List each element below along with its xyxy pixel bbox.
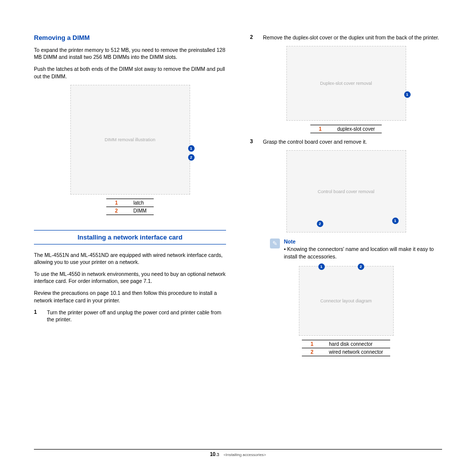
legend-label: duplex-slot cover xyxy=(330,125,382,133)
callout-1-icon: 1 xyxy=(404,91,411,98)
para-expand-memory: To expand the printer memory to 512 MB, … xyxy=(34,46,226,60)
figure-alt: Duplex-slot cover removal xyxy=(320,81,372,86)
legend-num: 1 xyxy=(106,199,126,207)
step-3: 3 Grasp the control board cover and remo… xyxy=(250,138,442,145)
step-number: 2 xyxy=(250,34,255,41)
legend-duplex: 1 duplex-slot cover xyxy=(310,125,382,133)
step-number: 1 xyxy=(34,309,39,323)
step-number: 3 xyxy=(250,138,255,145)
legend-label: latch xyxy=(126,199,154,207)
figure-alt: Connector layout diagram xyxy=(320,298,372,303)
table-row: 2 wired network connector xyxy=(302,348,390,356)
legend-num: 2 xyxy=(302,348,322,356)
heading-installing-nic: Installing a network interface card xyxy=(34,230,226,244)
para-push-latches: Push the latches at both ends of the DIM… xyxy=(34,65,226,79)
table-row: 1 hard disk connector xyxy=(302,340,390,348)
page-footer: 10.3 <Installing accessories> xyxy=(34,449,442,457)
table-row: 1 latch xyxy=(106,199,154,207)
note-text: • Knowing the connectors' name and locat… xyxy=(284,245,442,259)
right-column: 2 Remove the duplex-slot cover or the du… xyxy=(250,34,442,361)
para-ml4550-network: To use the ML-4550 in network environmen… xyxy=(34,270,226,284)
callout-2-icon: 2 xyxy=(317,221,323,227)
legend-num: 1 xyxy=(302,340,322,348)
figure-alt: Control board cover removal xyxy=(318,189,375,194)
step-text: Grasp the control board cover and remove… xyxy=(263,138,442,145)
note-title: Note xyxy=(284,238,442,244)
callout-2-icon: 2 xyxy=(358,263,364,270)
step-2: 2 Remove the duplex-slot cover or the du… xyxy=(250,34,442,41)
callout-1-icon: 1 xyxy=(318,263,325,270)
note-body: Note • Knowing the connectors' name and … xyxy=(284,238,442,259)
page-number-major: 10 xyxy=(210,452,216,457)
figure-alt: DIMM removal illustration xyxy=(105,137,156,142)
legend-connectors: 1 hard disk connector 2 wired network co… xyxy=(302,340,390,356)
left-column: Removing a DIMM To expand the printer me… xyxy=(34,34,226,361)
figure-duplex-cover: Duplex-slot cover removal 1 xyxy=(286,46,406,121)
para-equipped-nic: The ML-4551N and ML-4551ND are equipped … xyxy=(34,251,226,265)
step-text: Turn the printer power off and unplug th… xyxy=(47,309,226,323)
callout-1-icon: 1 xyxy=(188,145,195,152)
note-text-inner: Knowing the connectors' name and locatio… xyxy=(284,246,434,259)
note-icon: ✎ xyxy=(270,238,280,248)
step-1: 1 Turn the printer power off and unplug … xyxy=(34,309,226,323)
heading-removing-dimm: Removing a DIMM xyxy=(34,34,226,41)
callout-2-icon: 2 xyxy=(188,154,195,161)
legend-label: hard disk connector xyxy=(322,340,390,348)
table-row: 2 DIMM xyxy=(106,207,154,215)
legend-label: DIMM xyxy=(126,207,154,215)
page-number-minor: .3 xyxy=(216,452,220,457)
note-block: ✎ Note • Knowing the connectors' name an… xyxy=(270,238,442,259)
legend-label: wired network connector xyxy=(322,348,390,356)
callout-1-icon: 1 xyxy=(392,218,399,224)
step-text: Remove the duplex-slot cover or the dupl… xyxy=(263,34,442,41)
two-column-layout: Removing a DIMM To expand the printer me… xyxy=(34,34,442,361)
legend-num: 2 xyxy=(106,207,126,215)
figure-connectors: Connector layout diagram 1 2 xyxy=(299,266,394,336)
figure-dimm-removal: DIMM removal illustration 1 2 xyxy=(70,85,190,195)
legend-dimm: 1 latch 2 DIMM xyxy=(106,199,154,215)
legend-num: 1 xyxy=(310,125,330,133)
section-label: <Installing accessories> xyxy=(224,453,266,457)
table-row: 1 duplex-slot cover xyxy=(310,125,382,133)
para-review-precautions: Review the precautions on page 10.1 and … xyxy=(34,289,226,303)
figure-control-board: Control board cover removal 1 2 xyxy=(286,150,406,233)
